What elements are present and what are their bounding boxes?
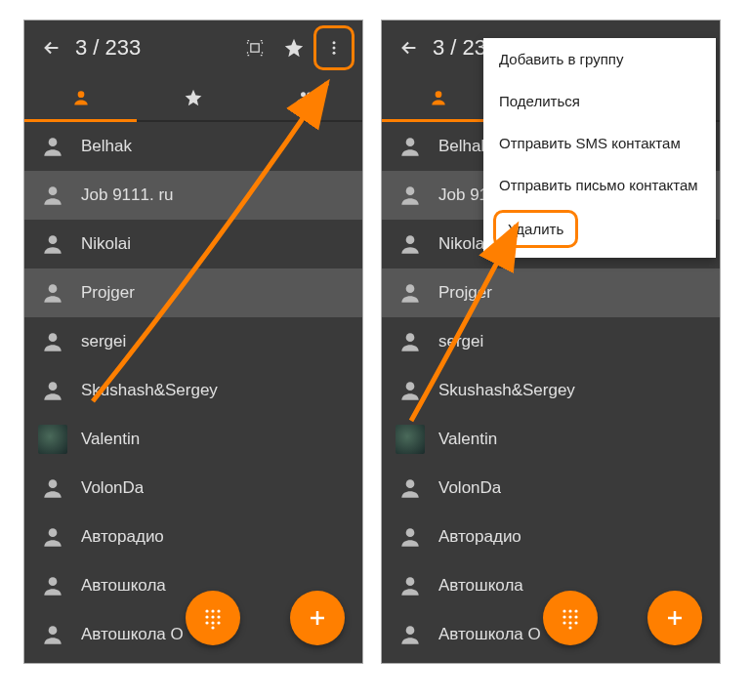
- svg-point-41: [568, 609, 571, 612]
- contact-name: Автошкола: [81, 576, 166, 596]
- person-icon: [397, 280, 423, 306]
- person-icon: [397, 231, 423, 257]
- contact-name: sergei: [81, 332, 126, 351]
- avatar-placeholder: [38, 376, 67, 405]
- contact-name: Skushash&Sergey: [81, 381, 218, 400]
- contact-row[interactable]: Авторадио: [382, 513, 720, 561]
- tab-groups[interactable]: [250, 75, 362, 120]
- avatar-placeholder: [38, 278, 67, 308]
- avatar-placeholder: [396, 278, 425, 308]
- group-add-icon: [294, 88, 317, 107]
- person-icon: [40, 622, 65, 647]
- tab-contacts[interactable]: [382, 75, 494, 120]
- svg-point-4: [77, 91, 84, 98]
- avatar-placeholder: [38, 229, 67, 259]
- svg-point-18: [211, 609, 214, 612]
- menu-item-delete-highlighted[interactable]: Удалить: [493, 210, 578, 248]
- back-button[interactable]: [32, 28, 71, 67]
- person-icon: [397, 622, 423, 647]
- plus-icon: [306, 606, 329, 630]
- contact-row[interactable]: Belhak: [24, 122, 362, 171]
- menu-item-send-email[interactable]: Отправить письмо контактам: [483, 164, 716, 206]
- person-icon: [397, 573, 423, 598]
- svg-point-7: [49, 138, 58, 146]
- person-icon: [40, 134, 65, 159]
- svg-point-1: [333, 41, 336, 44]
- avatar-placeholder: [38, 327, 67, 356]
- tab-favorites[interactable]: [137, 75, 249, 120]
- person-icon: [40, 183, 65, 208]
- more-button-highlighted[interactable]: [313, 25, 354, 70]
- contact-name: Nikolai: [81, 234, 131, 254]
- svg-point-47: [568, 621, 571, 624]
- contact-row[interactable]: Projger: [382, 268, 720, 317]
- avatar-placeholder: [396, 181, 425, 210]
- svg-point-14: [49, 528, 58, 537]
- avatar-placeholder: [396, 132, 425, 161]
- svg-point-13: [49, 479, 58, 488]
- person-icon: [40, 231, 65, 257]
- arrow-left-icon: [398, 37, 420, 59]
- star-icon: [184, 88, 203, 107]
- contact-row[interactable]: sergei: [24, 317, 362, 366]
- fab-dialpad[interactable]: [186, 591, 240, 645]
- plus-icon: [663, 606, 687, 630]
- contact-name: Job 9111. ru: [81, 185, 174, 205]
- svg-point-22: [217, 615, 220, 618]
- contact-list: BelhakJob 9111. ruNikolaiProjgersergeiSk…: [24, 122, 362, 659]
- svg-point-24: [211, 621, 214, 624]
- contact-name: Projger: [81, 283, 135, 303]
- fab-add[interactable]: [290, 591, 345, 645]
- avatar-placeholder: [38, 522, 67, 552]
- contact-row[interactable]: Skushash&Sergey: [382, 366, 720, 415]
- contact-row[interactable]: Nikolai: [24, 220, 362, 268]
- svg-point-32: [406, 235, 415, 244]
- contact-row[interactable]: VolonDa: [382, 464, 720, 513]
- contact-row[interactable]: Valentin: [382, 415, 720, 464]
- select-all-button[interactable]: [235, 28, 274, 67]
- menu-item-share[interactable]: Поделиться: [483, 80, 716, 122]
- svg-point-17: [205, 609, 208, 612]
- svg-point-36: [406, 479, 415, 488]
- contact-row[interactable]: sergei: [382, 317, 720, 366]
- phone-screenshot-right: 3 / 233 BelhakJob 9111. ruNikolaiProjger…: [381, 20, 721, 664]
- fab-dialpad[interactable]: [543, 591, 598, 645]
- svg-rect-0: [251, 44, 259, 52]
- svg-point-12: [49, 382, 58, 391]
- contact-name: Belhak: [438, 137, 489, 156]
- more-vert-icon: [325, 37, 343, 59]
- svg-point-33: [406, 284, 415, 293]
- menu-item-send-sms[interactable]: Отправить SMS контактам: [483, 122, 716, 164]
- contact-row[interactable]: Valentin: [24, 415, 362, 464]
- menu-item-add-group[interactable]: Добавить в группу: [483, 38, 716, 80]
- svg-point-20: [205, 615, 208, 618]
- svg-point-49: [568, 626, 571, 629]
- contact-row[interactable]: Skushash&Sergey: [24, 366, 362, 415]
- svg-point-10: [49, 284, 58, 293]
- fab-add[interactable]: [647, 591, 702, 645]
- tab-contacts[interactable]: [24, 75, 137, 120]
- contact-name: Авторадио: [438, 527, 521, 547]
- avatar-placeholder: [396, 376, 425, 405]
- svg-point-21: [211, 615, 214, 618]
- svg-point-44: [568, 615, 571, 618]
- person-icon: [397, 524, 423, 550]
- back-button[interactable]: [390, 28, 429, 67]
- contact-row[interactable]: Job 9111. ru: [24, 171, 362, 220]
- contact-row[interactable]: VolonDa: [24, 464, 362, 513]
- contact-row[interactable]: Projger: [24, 268, 362, 317]
- avatar-placeholder: [38, 181, 67, 210]
- avatar-photo: [396, 425, 425, 454]
- person-icon: [397, 134, 423, 159]
- selection-count: 3 / 233: [75, 35, 235, 61]
- contact-name: VolonDa: [81, 478, 144, 498]
- contact-row[interactable]: Авторадио: [24, 513, 362, 561]
- svg-point-16: [49, 626, 58, 635]
- svg-point-19: [217, 609, 220, 612]
- person-icon: [40, 280, 65, 306]
- person-icon: [397, 378, 423, 403]
- avatar-placeholder: [38, 132, 67, 161]
- avatar-placeholder: [38, 474, 67, 503]
- svg-point-46: [562, 621, 565, 624]
- star-button[interactable]: [274, 28, 313, 67]
